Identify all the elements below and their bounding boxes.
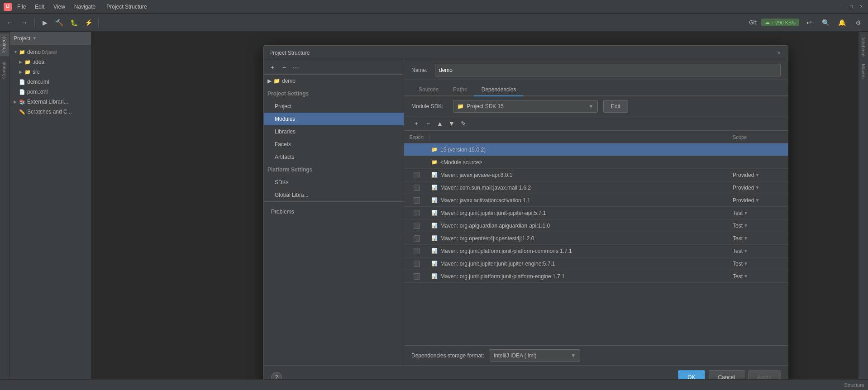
menu-edit[interactable]: Edit	[33, 3, 46, 11]
nav-project[interactable]: Project	[264, 100, 404, 113]
editor-area: Project Structure × + − ⋯	[91, 32, 858, 379]
nav-facets[interactable]: Facets	[264, 138, 404, 151]
td-scope-11[interactable]: Test ▼	[729, 273, 788, 280]
project-tab[interactable]: Project	[0, 33, 10, 56]
export-checkbox-5[interactable]	[414, 197, 420, 204]
table-row[interactable]: 📊 Maven: com.sun.mail:javax.mail:1.6.2 P…	[404, 181, 788, 194]
nav-demo-folder[interactable]: ▶ 📁 demo	[264, 75, 404, 87]
scope-arrow-3: ▼	[755, 172, 759, 177]
undo-button[interactable]: ↩	[803, 16, 816, 29]
run-button[interactable]: ▶	[38, 16, 51, 29]
git-badge: ☁ ↑ 290 KB/s	[761, 19, 799, 26]
nav-modules[interactable]: Modules	[264, 113, 404, 125]
notifications-button[interactable]: 🔔	[835, 16, 848, 29]
td-scope-8[interactable]: Test ▼	[729, 235, 788, 242]
table-row[interactable]: 📊 Maven: javax.activation:activation:1.1…	[404, 194, 788, 207]
debug-button[interactable]: 🐛	[67, 16, 80, 29]
tree-item-pom[interactable]: 📄 pom.xml	[10, 87, 91, 97]
table-row[interactable]: 📊 Maven: org.opentest4j:opentest4j:1.2.0…	[404, 232, 788, 245]
export-checkbox-3[interactable]	[414, 172, 420, 178]
sdk-edit-button[interactable]: Edit	[603, 100, 628, 113]
help-button[interactable]: ?	[271, 372, 282, 380]
problems-button[interactable]: Problems	[267, 205, 400, 218]
export-checkbox-7[interactable]	[414, 223, 420, 229]
menu-navigate[interactable]: Navigate	[72, 3, 97, 11]
profile-button[interactable]: ⚡	[82, 16, 95, 29]
build-button[interactable]: 🔨	[53, 16, 66, 29]
nav-add-button[interactable]: +	[267, 62, 277, 72]
dep-name-5: Maven: javax.activation:activation:1.1	[440, 197, 530, 204]
menu-file[interactable]: File	[15, 3, 28, 11]
close-button-main[interactable]: ×	[858, 4, 864, 10]
settings-button[interactable]: ⚙	[852, 16, 864, 29]
deps-edit-button[interactable]: ✎	[458, 119, 468, 128]
tree-item-demo-iml[interactable]: 📄 demo.iml	[10, 77, 91, 87]
project-panel-header: Project ▼	[10, 32, 91, 45]
table-row[interactable]: 📁 15 (version 15.0.2)	[404, 143, 788, 156]
nav-more-button[interactable]: ⋯	[291, 62, 301, 72]
tree-item-src[interactable]: ▶ 📁 src	[10, 67, 91, 77]
deps-add-button[interactable]: +	[411, 119, 421, 128]
structure-label[interactable]: Structure	[844, 382, 864, 388]
minimize-button[interactable]: –	[838, 4, 844, 10]
cancel-button[interactable]: Cancel	[709, 370, 744, 380]
tab-sources[interactable]: Sources	[411, 84, 446, 96]
database-panel-tab[interactable]: Database	[860, 32, 867, 60]
tree-item-demo[interactable]: ▼ 📁 demo D:\java\	[10, 47, 91, 57]
main-area: Project Commit Project ▼ ▼ 📁 demo D:\jav…	[0, 32, 868, 379]
export-checkbox-4[interactable]	[414, 185, 420, 191]
deps-remove-button[interactable]: −	[423, 119, 433, 128]
apply-button[interactable]: Apply	[748, 370, 781, 380]
table-row[interactable]: 📊 Maven: org.junit.jupiter:junit-jupiter…	[404, 207, 788, 219]
td-scope-9[interactable]: Test ▼	[729, 248, 788, 254]
export-checkbox-9[interactable]	[414, 248, 420, 254]
td-scope-10[interactable]: Test ▼	[729, 261, 788, 267]
dep-name-11: Maven: org.junit.platform:junit-platform…	[440, 273, 565, 280]
td-scope-5[interactable]: Provided ▼	[729, 197, 788, 204]
tab-dependencies[interactable]: Dependencies	[474, 84, 524, 96]
nav-sdks[interactable]: SDKs	[264, 176, 404, 189]
table-row[interactable]: 📁 <Module source>	[404, 156, 788, 169]
name-input[interactable]	[435, 64, 781, 76]
export-checkbox-6[interactable]	[414, 210, 420, 216]
nav-remove-button[interactable]: −	[279, 62, 289, 72]
td-scope-4[interactable]: Provided ▼	[729, 185, 788, 191]
deps-up-button[interactable]: ▲	[435, 119, 445, 128]
tree-item-scratches[interactable]: ✏️ Scratches and C...	[10, 107, 91, 117]
table-row[interactable]: 📊 Maven: org.junit.platform:junit-platfo…	[404, 270, 788, 283]
deps-down-button[interactable]: ▼	[447, 119, 457, 128]
maximize-button[interactable]: □	[848, 4, 854, 10]
back-button[interactable]: ←	[4, 16, 16, 29]
storage-format-select[interactable]: IntelliJ IDEA (.iml) ▼	[490, 349, 580, 362]
td-name-4: 📊 Maven: com.sun.mail:javax.mail:1.6.2	[429, 185, 729, 191]
search-button[interactable]: 🔍	[819, 16, 832, 29]
commit-tab[interactable]: Commit	[0, 58, 10, 82]
tree-item-idea[interactable]: ▶ 📁 .idea	[10, 57, 91, 67]
table-row[interactable]: 📊 Maven: org.junit.jupiter:junit-jupiter…	[404, 257, 788, 270]
td-export-7	[404, 223, 429, 229]
nav-global-libs[interactable]: Global Libra...	[264, 189, 404, 201]
td-scope-3[interactable]: Provided ▼	[729, 172, 788, 178]
tab-paths[interactable]: Paths	[446, 84, 474, 96]
source-icon: 📁	[431, 159, 438, 165]
dialog-close-button[interactable]: ×	[775, 49, 782, 57]
sdk-select[interactable]: 📁 Project SDK 15 ▼	[453, 100, 598, 113]
tree-item-external-libs[interactable]: ▶ 📚 External Librari...	[10, 97, 91, 107]
table-row[interactable]: 📊 Maven: org.apiguardian:apiguardian-api…	[404, 219, 788, 232]
td-export-3	[404, 172, 429, 178]
dep-name-2: <Module source>	[440, 159, 482, 166]
export-checkbox-11[interactable]	[414, 273, 420, 280]
ok-button[interactable]: OK	[678, 370, 705, 380]
table-row[interactable]: 📊 Maven: org.junit.platform:junit-platfo…	[404, 245, 788, 257]
storage-row: Dependencies storage format: IntelliJ ID…	[404, 345, 788, 365]
td-scope-6[interactable]: Test ▼	[729, 210, 788, 216]
nav-libraries[interactable]: Libraries	[264, 125, 404, 138]
maven-panel-tab[interactable]: Maven	[860, 60, 867, 82]
nav-artifacts[interactable]: Artifacts	[264, 151, 404, 163]
menu-view[interactable]: View	[52, 3, 67, 11]
table-row[interactable]: 📊 Maven: javax.javaee-api:8.0.1 Provided…	[404, 169, 788, 181]
export-checkbox-10[interactable]	[414, 261, 420, 267]
forward-button[interactable]: →	[18, 16, 31, 29]
export-checkbox-8[interactable]	[414, 235, 420, 242]
td-scope-7[interactable]: Test ▼	[729, 223, 788, 229]
